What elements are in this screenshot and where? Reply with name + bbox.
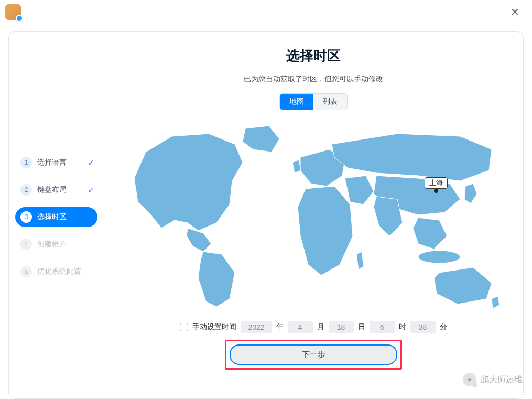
wechat-icon: ✦ [463, 373, 476, 386]
step-create-account[interactable]: 4 创建帐户 [15, 234, 97, 254]
step-number: 4 [20, 239, 32, 250]
day-input[interactable]: 18 [329, 321, 354, 333]
step-label: 选择时区 [37, 212, 67, 222]
main-content: 选择时区 已为您自动获取了时区，但您可以手动修改 地图 列表 [104, 32, 523, 398]
svg-point-0 [418, 251, 460, 263]
step-number: 5 [20, 266, 32, 277]
year-input[interactable]: 2022 [241, 321, 272, 333]
minute-unit: 分 [440, 322, 447, 332]
hour-unit: 时 [399, 322, 406, 332]
year-unit: 年 [276, 322, 284, 332]
world-map[interactable]: 上海 [125, 121, 502, 309]
next-highlight-box: 下一步 [225, 340, 402, 370]
step-label: 选择语言 [37, 158, 67, 167]
step-select-timezone[interactable]: 3 选择时区 [15, 207, 97, 227]
step-number: 1 [20, 157, 32, 168]
month-unit: 月 [317, 322, 324, 332]
manual-time-label: 手动设置时间 [192, 322, 236, 332]
map-svg [125, 121, 502, 309]
watermark-text: 鹏大师运维 [481, 374, 523, 385]
hour-input[interactable]: 6 [370, 321, 395, 333]
next-button[interactable]: 下一步 [230, 344, 397, 365]
day-unit: 日 [358, 322, 365, 332]
step-select-language[interactable]: 1 选择语言 ✓ [15, 153, 97, 172]
step-label: 创建帐户 [37, 240, 67, 249]
step-optimize-system[interactable]: 5 优化系统配置 [15, 262, 97, 282]
step-number: 2 [20, 184, 32, 196]
page-title: 选择时区 [286, 47, 341, 65]
step-label: 键盘布局 [37, 185, 67, 195]
check-icon: ✓ [88, 185, 94, 195]
manual-time-checkbox[interactable] [180, 323, 188, 331]
installer-panel: 1 选择语言 ✓ 2 键盘布局 ✓ 3 选择时区 4 创建帐户 5 优化系统配置… [8, 31, 524, 399]
tab-list[interactable]: 列表 [313, 94, 347, 110]
month-input[interactable]: 4 [288, 321, 313, 333]
step-keyboard-layout[interactable]: 2 键盘布局 ✓ [15, 180, 97, 200]
titlebar: ✕ [0, 0, 532, 24]
sidebar: 1 选择语言 ✓ 2 键盘布局 ✓ 3 选择时区 4 创建帐户 5 优化系统配置 [9, 32, 104, 398]
check-icon: ✓ [88, 158, 94, 168]
watermark: ✦ 鹏大师运维 [463, 373, 523, 386]
timezone-chip[interactable]: 上海 [425, 177, 448, 189]
page-subtitle: 已为您自动获取了时区，但您可以手动修改 [244, 74, 383, 84]
step-label: 优化系统配置 [37, 267, 81, 276]
step-number: 3 [20, 211, 32, 223]
tab-map[interactable]: 地图 [280, 94, 313, 110]
map-marker-icon [434, 189, 438, 193]
manual-time-row: 手动设置时间 2022 年 4 月 18 日 6 时 38 分 [180, 321, 447, 333]
minute-input[interactable]: 38 [410, 321, 436, 333]
close-icon: ✕ [511, 6, 519, 18]
app-icon [5, 4, 21, 20]
close-button[interactable]: ✕ [507, 4, 523, 20]
view-tabs: 地图 列表 [279, 93, 348, 110]
